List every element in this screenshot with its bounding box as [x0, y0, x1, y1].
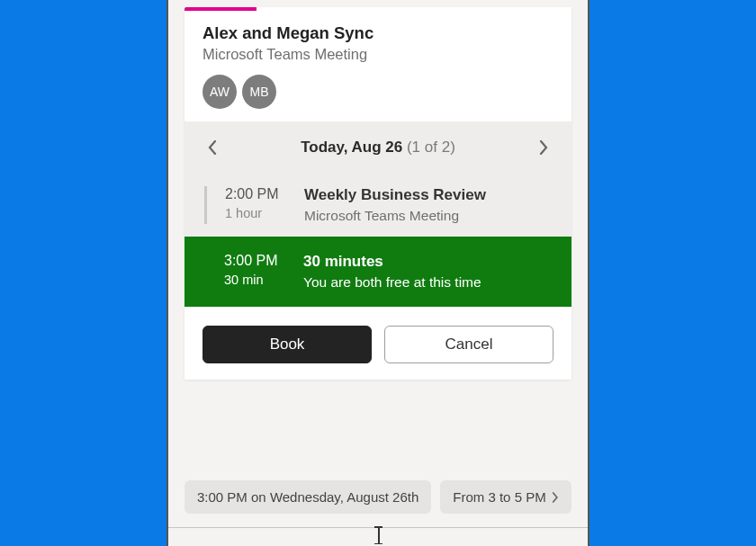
card-accent: [184, 7, 256, 11]
chevron-left-icon: [208, 140, 217, 155]
suggestion-chips: 3:00 PM on Wednesday, August 26th From 3…: [168, 480, 588, 514]
avatar[interactable]: MB: [242, 75, 276, 109]
attendee-avatars: AW MB: [202, 75, 554, 109]
book-button[interactable]: Book: [202, 326, 372, 363]
chevron-right-icon: [552, 490, 559, 505]
text-cursor-icon: [378, 526, 380, 544]
chevron-right-icon: [539, 140, 548, 155]
prev-day-button[interactable]: [197, 134, 228, 161]
time-slot-selected[interactable]: 3:00 PM 30 min 30 minutes You are both f…: [184, 237, 572, 307]
suggestion-chip[interactable]: From 3 to 5 PM: [440, 480, 572, 514]
date-label: Today, Aug 26 (1 of 2): [301, 139, 455, 157]
time-slot[interactable]: 2:00 PM 1 hour Weekly Business Review Mi…: [184, 174, 572, 237]
slot-duration: 1 hour: [225, 206, 288, 220]
slot-time: 3:00 PM 30 min: [224, 253, 287, 287]
slot-indicator: [204, 186, 207, 224]
avatar[interactable]: AW: [202, 75, 237, 109]
slot-title: Weekly Business Review: [304, 186, 486, 204]
date-pager: (1 of 2): [407, 139, 455, 156]
slot-info: Weekly Business Review Microsoft Teams M…: [304, 186, 486, 224]
slot-start-time: 2:00 PM: [225, 186, 288, 202]
date-text: Today, Aug 26: [301, 139, 402, 156]
action-bar: Book Cancel: [184, 307, 572, 380]
suggestion-chip[interactable]: 3:00 PM on Wednesday, August 26th: [184, 480, 431, 514]
slot-subtitle: You are both free at this time: [303, 274, 482, 291]
meeting-card: Alex and Megan Sync Microsoft Teams Meet…: [184, 7, 572, 380]
slot-subtitle: Microsoft Teams Meeting: [304, 208, 486, 224]
slot-info: 30 minutes You are both free at this tim…: [303, 253, 482, 291]
meeting-subtitle: Microsoft Teams Meeting: [202, 46, 554, 63]
chip-label: From 3 to 5 PM: [453, 489, 545, 505]
scheduling-panel: Alex and Megan Sync Microsoft Teams Meet…: [166, 0, 590, 546]
slot-duration: 30 min: [224, 273, 287, 287]
slot-start-time: 3:00 PM: [224, 253, 287, 269]
date-navigator: Today, Aug 26 (1 of 2): [184, 121, 572, 174]
meeting-title: Alex and Megan Sync: [202, 23, 554, 43]
chip-label: 3:00 PM on Wednesday, August 26th: [197, 489, 418, 505]
card-header: Alex and Megan Sync Microsoft Teams Meet…: [184, 7, 572, 121]
slot-title: 30 minutes: [303, 253, 482, 271]
cancel-button[interactable]: Cancel: [384, 326, 554, 363]
slot-time: 2:00 PM 1 hour: [225, 186, 288, 220]
next-day-button[interactable]: [528, 134, 559, 161]
